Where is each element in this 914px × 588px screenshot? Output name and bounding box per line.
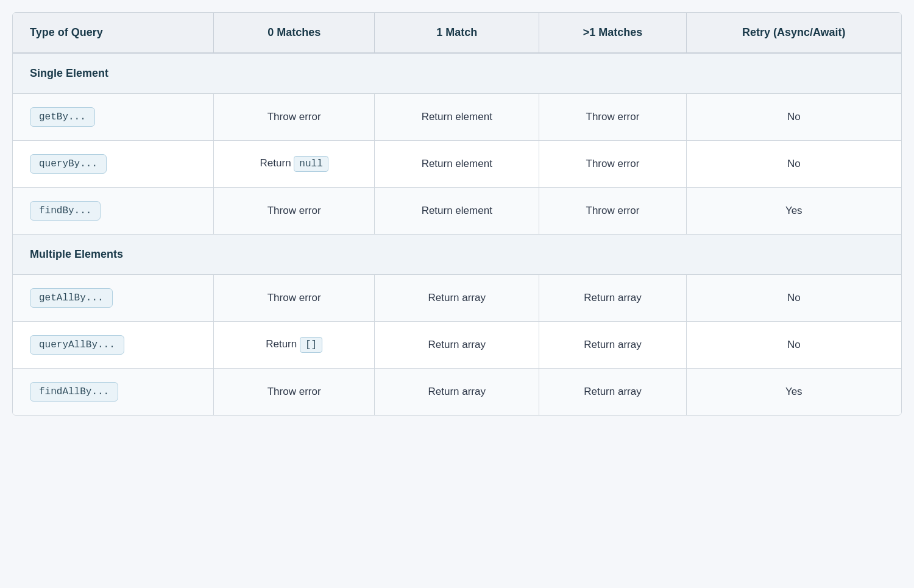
table-row: findAllBy...Throw errorReturn arrayRetur… [13, 369, 901, 416]
retry-cell: No [686, 275, 901, 322]
retry-cell: No [686, 94, 901, 141]
retry-cell: Yes [686, 369, 901, 416]
table-row: getAllBy...Throw errorReturn arrayReturn… [13, 275, 901, 322]
query-type-cell: queryAllBy... [13, 322, 214, 369]
retry-cell: No [686, 322, 901, 369]
col-header-more-matches: >1 Matches [539, 13, 686, 53]
inline-code-badge: null [294, 156, 328, 172]
section-label-1: Multiple Elements [13, 235, 901, 275]
retry-cell: No [686, 141, 901, 188]
zero-matches-cell: Return null [214, 141, 375, 188]
col-header-one-match: 1 Match [375, 13, 539, 53]
table-row: findBy...Throw errorReturn elementThrow … [13, 188, 901, 235]
more-matches-cell: Throw error [539, 188, 686, 235]
query-badge: findBy... [30, 201, 101, 221]
more-matches-cell: Return array [539, 275, 686, 322]
col-header-query-type: Type of Query [13, 13, 214, 53]
col-header-retry: Retry (Async/Await) [686, 13, 901, 53]
table-row: getBy...Throw errorReturn elementThrow e… [13, 94, 901, 141]
one-match-cell: Return element [375, 94, 539, 141]
query-badge: getAllBy... [30, 288, 113, 308]
section-header-1: Multiple Elements [13, 235, 901, 275]
query-type-cell: queryBy... [13, 141, 214, 188]
one-match-cell: Return element [375, 188, 539, 235]
one-match-cell: Return array [375, 275, 539, 322]
zero-matches-cell: Throw error [214, 275, 375, 322]
more-matches-cell: Throw error [539, 94, 686, 141]
table-row: queryAllBy...Return []Return arrayReturn… [13, 322, 901, 369]
one-match-cell: Return element [375, 141, 539, 188]
table-row: queryBy...Return nullReturn elementThrow… [13, 141, 901, 188]
query-badge: queryAllBy... [30, 335, 124, 355]
table-header-row: Type of Query 0 Matches 1 Match >1 Match… [13, 13, 901, 53]
zero-matches-cell: Throw error [214, 188, 375, 235]
zero-matches-cell: Return [] [214, 322, 375, 369]
query-badge: getBy... [30, 107, 95, 127]
query-badge: queryBy... [30, 154, 107, 174]
zero-matches-cell: Throw error [214, 94, 375, 141]
retry-cell: Yes [686, 188, 901, 235]
query-type-cell: getBy... [13, 94, 214, 141]
query-type-cell: findAllBy... [13, 369, 214, 416]
one-match-cell: Return array [375, 322, 539, 369]
zero-matches-cell: Throw error [214, 369, 375, 416]
query-reference-table: Type of Query 0 Matches 1 Match >1 Match… [12, 12, 902, 416]
more-matches-cell: Return array [539, 322, 686, 369]
inline-code-badge: [] [300, 337, 322, 353]
query-badge: findAllBy... [30, 382, 118, 402]
section-label-0: Single Element [13, 53, 901, 94]
query-type-cell: getAllBy... [13, 275, 214, 322]
more-matches-cell: Throw error [539, 141, 686, 188]
col-header-zero-matches: 0 Matches [214, 13, 375, 53]
section-header-0: Single Element [13, 53, 901, 94]
query-type-cell: findBy... [13, 188, 214, 235]
one-match-cell: Return array [375, 369, 539, 416]
more-matches-cell: Return array [539, 369, 686, 416]
